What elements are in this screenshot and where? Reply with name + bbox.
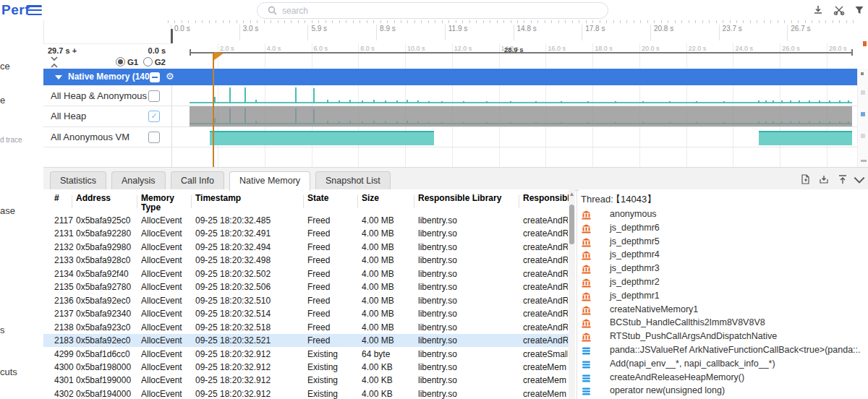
- tab-analysis[interactable]: Analysis: [111, 171, 166, 190]
- ruler-tick: [716, 20, 717, 23]
- column-header-addr[interactable]: Address: [76, 194, 135, 203]
- callstack-frame[interactable]: js_depthmr5: [579, 236, 868, 249]
- heap-selection-overlay[interactable]: [190, 106, 852, 126]
- ruler-tick: [689, 20, 689, 23]
- download-icon[interactable]: [812, 4, 824, 16]
- download-table-icon[interactable]: [818, 173, 830, 185]
- row-pin-icon[interactable]: [861, 112, 865, 116]
- row-pin-icon[interactable]: [861, 72, 864, 75]
- column-header-ts[interactable]: Timestamp: [195, 194, 302, 203]
- timeline-ruler-primary[interactable]: 0.0 s3.0 s5.9 s8.9 s11.9 s14.8 s17.8 s20…: [166, 20, 857, 43]
- ruler-tick: [812, 20, 812, 23]
- cell-ts: 09-25 18:20:32.510: [195, 296, 302, 306]
- table-row[interactable]: 21330x5bafa928c0AllocEvent09-25 18:20:32…: [43, 254, 569, 267]
- tab-native-memory[interactable]: Native Memory: [229, 171, 310, 191]
- scrollbar-up-arrow[interactable]: ▲: [569, 191, 575, 198]
- range-start-tick[interactable]: [190, 49, 191, 56]
- collapse-panel-icon[interactable]: [854, 176, 865, 184]
- callstack-frame[interactable]: operator new(unsigned long): [579, 385, 868, 398]
- chevron-down-icon[interactable]: [51, 56, 58, 61]
- time-label-secondary: 16.0 s: [545, 45, 566, 52]
- cell-type: AllocEvent: [141, 215, 190, 226]
- tab-snapshot-list[interactable]: Snapshot List: [315, 171, 391, 190]
- table-row[interactable]: 21830x5bafa92ec0AllocEvent09-25 18:20:32…: [43, 334, 569, 347]
- table-row[interactable]: 43010x5baf199000AllocEvent09-25 18:20:32…: [43, 374, 569, 387]
- range-end-tick[interactable]: [851, 49, 853, 56]
- callstack-frame[interactable]: js_depthmr4: [579, 249, 868, 262]
- table-row[interactable]: 43000x5baf198000AllocEvent09-25 18:20:32…: [43, 361, 569, 374]
- cell-resp: createAndR: [523, 242, 568, 252]
- chart-row-checkbox[interactable]: [148, 90, 160, 102]
- menu-icon[interactable]: [27, 5, 42, 16]
- table-row[interactable]: 21360x5bafa92ec0AllocEvent09-25 18:20:32…: [43, 294, 569, 307]
- callstack-frame[interactable]: createNativeMemory1: [579, 304, 868, 317]
- row-pin-icon[interactable]: [861, 134, 865, 138]
- chart-row-checkbox[interactable]: [148, 132, 160, 143]
- tab-statistics[interactable]: Statistics: [50, 171, 106, 190]
- callstack-frame[interactable]: js_depthmr6: [579, 222, 868, 236]
- column-header-resp[interactable]: Responsible: [523, 194, 568, 203]
- table-row[interactable]: 42990x5baf1d6cc0AllocEvent09-25 18:20:32…: [43, 348, 569, 361]
- cell-lib: libentry.so: [418, 282, 519, 292]
- column-header-lib[interactable]: Responsible Library: [418, 194, 519, 203]
- cell-addr: 0x5baf199000: [76, 375, 135, 385]
- time-label-primary: 3.0 s: [239, 25, 259, 40]
- export-report-icon[interactable]: [799, 173, 811, 185]
- cell-size: 4.00 MB: [362, 228, 412, 239]
- sidebar-item-fragment[interactable]: s: [0, 325, 5, 335]
- sidebar-item-fragment[interactable]: d trace: [0, 136, 22, 144]
- callstack-frame[interactable]: Add(napi_env__*, napi_callback_info__*): [579, 358, 868, 372]
- bank-icon: [582, 264, 591, 273]
- callstack-frame[interactable]: js_depthmr1: [579, 290, 868, 304]
- row-pin-icon[interactable]: [861, 160, 867, 162]
- callstack-frame[interactable]: js_depthmr2: [579, 276, 868, 290]
- collapse-all-icon[interactable]: [150, 72, 160, 82]
- native-memory-header[interactable]: Native Memory (140... ⚙: [43, 69, 859, 85]
- cell-type: AllocEvent: [141, 282, 190, 292]
- callstack-frame[interactable]: js_depthmr3: [579, 262, 868, 276]
- chart-row-checkbox[interactable]: ✓: [148, 111, 160, 122]
- frame-text: js_depthmr1: [610, 291, 660, 301]
- callstack-frame[interactable]: createAndReleaseHeapMemory(): [579, 372, 868, 385]
- callstack-frame[interactable]: anonymous: [579, 208, 868, 222]
- table-row[interactable]: 21320x5bafa92980AllocEvent09-25 18:20:32…: [43, 241, 569, 254]
- callstack-frame[interactable]: BCStub_HandleCallthis2Imm8V8V8V8: [579, 317, 868, 330]
- column-header-state[interactable]: State: [307, 194, 358, 203]
- gear-icon[interactable]: ⚙: [166, 71, 174, 82]
- cell-resp: createAndR: [523, 269, 568, 279]
- table-row[interactable]: 21310x5bafa92280AllocEvent09-25 18:20:32…: [43, 227, 569, 240]
- filter-icon[interactable]: [854, 4, 865, 16]
- sidebar-item-fragment[interactable]: cuts: [0, 366, 17, 377]
- callstack-frame[interactable]: panda::JSValueRef ArkNativeFunctionCallB…: [579, 344, 868, 358]
- column-header-size[interactable]: Size: [362, 194, 412, 203]
- sidebar-item-fragment[interactable]: ce: [0, 61, 10, 72]
- column-header-type[interactable]: Memory Type: [141, 194, 190, 213]
- chevron-up-icon[interactable]: [51, 63, 58, 68]
- ruler-tick: [428, 20, 429, 23]
- radio-g2[interactable]: [143, 57, 153, 66]
- sidebar-item-fragment[interactable]: ase: [0, 205, 15, 216]
- ruler-tick: [257, 20, 258, 23]
- search-box[interactable]: [257, 2, 608, 19]
- tab-call-info[interactable]: Call Info: [171, 171, 224, 190]
- table-row[interactable]: 21380x5bafa923c0AllocEvent09-25 18:20:32…: [43, 321, 569, 334]
- table-row[interactable]: 21340x5bafa92f40AllocEvent09-25 18:20:32…: [43, 267, 569, 280]
- scrollbar-thumb[interactable]: [569, 205, 574, 244]
- frame-text: createNativeMemory1: [610, 304, 698, 314]
- table-row[interactable]: 43020x5baf194000AllocEvent09-25 18:20:32…: [43, 387, 569, 399]
- time-label-primary: 23.7 s: [719, 25, 742, 40]
- row-pin-icon[interactable]: [861, 90, 865, 95]
- callstack-frame[interactable]: RTStub_PushCallArgsAndDispatchNative: [579, 330, 868, 344]
- cell-lib: libentry.so: [418, 349, 519, 359]
- sidebar-item-fragment[interactable]: e: [0, 95, 5, 106]
- table-row[interactable]: 21170x5bafa925c0AllocEvent09-25 18:20:32…: [43, 214, 569, 227]
- scissors-icon[interactable]: [833, 4, 845, 16]
- table-row[interactable]: 21370x5bafa92340AllocEvent09-25 18:20:32…: [43, 307, 569, 320]
- search-input[interactable]: [281, 4, 595, 17]
- radio-g1[interactable]: [116, 57, 125, 66]
- collapse-arrow-icon[interactable]: [55, 75, 62, 80]
- timeline-cursor-bar[interactable]: [171, 29, 173, 43]
- table-row[interactable]: 21350x5bafa92780AllocEvent09-25 18:20:32…: [43, 280, 569, 293]
- table-scrollbar[interactable]: ▲: [569, 189, 575, 399]
- scroll-to-top-icon[interactable]: [837, 173, 848, 185]
